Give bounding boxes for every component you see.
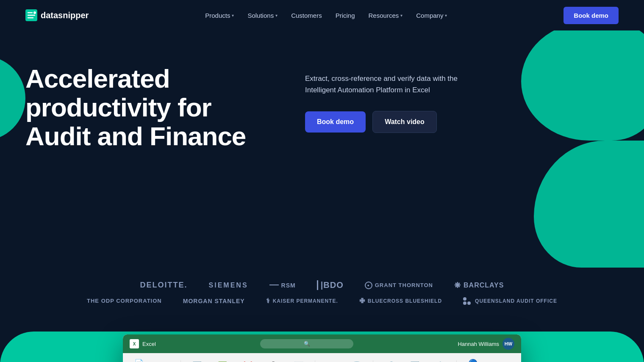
nav-links: Products ▾ Solutions ▾ Customers Pricing… — [200, 8, 452, 22]
hero-title: Accelerated productivity for Audit and F… — [25, 64, 271, 151]
ribbon-include-pdfs[interactable]: 🔵 Include PDFsin Excel — [464, 356, 482, 362]
logo-kaiser: ⚕KAISER PERMANENTE. — [266, 297, 338, 305]
blob-bottom-right-decoration — [534, 141, 644, 268]
logos-row-2: THE ODP CORPORATION Morgan Stanley ⚕KAIS… — [25, 297, 619, 305]
ribbon-divider-2 — [315, 360, 315, 362]
hero-description: Extract, cross-reference and verify data… — [305, 73, 475, 96]
text-snip-icon: 🔤 — [192, 361, 202, 362]
nav-customers[interactable]: Customers — [286, 8, 327, 22]
form-extraction-icon: 📋 — [435, 361, 445, 362]
nav-products[interactable]: Products ▾ — [200, 8, 239, 22]
hero-section: Accelerated productivity for Audit and F… — [0, 30, 644, 268]
company-chevron-icon: ▾ — [445, 13, 447, 18]
navbar: datasnipper Products ▾ Solutions ▾ Custo… — [0, 0, 644, 30]
ribbon-sum-snip[interactable]: ➕ Sum Snip — [264, 359, 283, 362]
sum-snip-icon: ➕ — [268, 361, 278, 362]
hero-watch-video-button[interactable]: Watch video — [372, 111, 437, 133]
ribbon-import-documents[interactable]: 📄 ImportDocuments ▾ — [130, 356, 148, 362]
logo-deloitte: Deloitte. — [140, 281, 188, 290]
hero-buttons: Book demo Watch video — [305, 111, 475, 133]
excel-user-area: Hannah Williams HW — [458, 338, 514, 350]
products-chevron-icon: ▾ — [232, 13, 234, 18]
document-matching-icon: 🔗 — [384, 361, 394, 362]
app-section: X Excel 🔍 Hannah Williams HW 📄 ImportDoc… — [0, 322, 644, 362]
excel-user-avatar: HW — [502, 338, 514, 350]
nav-resources[interactable]: Resources ▾ — [364, 8, 408, 22]
nav-company[interactable]: Company ▾ — [411, 8, 452, 22]
excel-window: X Excel 🔍 Hannah Williams HW 📄 ImportDoc… — [123, 334, 521, 362]
logo-blue-cross: ✙BlueCross BlueShield — [359, 297, 442, 305]
nav-book-demo-button[interactable]: Book demo — [564, 7, 619, 24]
find-all-sums-icon: 🔢 — [410, 361, 420, 362]
ribbon-find-all-sums[interactable]: 🔢 Find allSums — [405, 359, 424, 362]
excel-titlebar: X Excel 🔍 Hannah Williams HW — [123, 334, 521, 353]
ribbon-divider-3 — [373, 360, 373, 362]
logo-queensland: Queensland Audit Office — [463, 297, 557, 305]
logo-bdo: |BDO — [317, 280, 344, 290]
ribbon-divider-1 — [180, 360, 181, 362]
ribbon-validation-snip[interactable]: ✅ ValidationSnip — [213, 359, 232, 362]
ribbon-exception-snip[interactable]: ❌ ExceptionSnip — [239, 359, 257, 362]
svg-point-1 — [33, 11, 36, 14]
blob-left-decoration — [0, 56, 25, 141]
logos-row-1: Deloitte. SIEMENS RSM |BDO ● Grant Thorn… — [25, 280, 619, 290]
import-icon: 📄 — [134, 358, 144, 362]
ribbon-divider-4 — [456, 360, 457, 362]
table-snip-icon: 📊 — [294, 361, 304, 362]
nav-pricing[interactable]: Pricing — [330, 8, 360, 22]
excel-logo-icon: X — [130, 339, 139, 348]
logo-barclays: ❋BARCLAYS — [454, 281, 504, 290]
excel-search-bar[interactable]: 🔍 — [260, 339, 353, 348]
excel-ribbon: 📄 ImportDocuments ▾ 📁 Organize 🔤 Text Sn… — [123, 353, 521, 362]
logo-siemens: SIEMENS — [209, 282, 248, 289]
validation-snip-icon: ✅ — [217, 361, 228, 362]
logo-morgan-stanley: Morgan Stanley — [183, 298, 245, 304]
logo-grant-thornton: ● Grant Thornton — [365, 282, 433, 289]
logo-text: datasnipper — [41, 11, 89, 20]
exception-snip-icon: ❌ — [243, 361, 253, 362]
ribbon-table-snip[interactable]: 📊 Table Snip — [289, 359, 308, 362]
excel-title-text: Excel — [142, 341, 156, 347]
logo-rsm: RSM — [269, 282, 296, 289]
logos-section: Deloitte. SIEMENS RSM |BDO ● Grant Thorn… — [0, 268, 644, 313]
ribbon-document-matching[interactable]: 🔗 DocumentMatching — [380, 359, 399, 362]
nav-solutions[interactable]: Solutions ▾ — [242, 8, 283, 22]
include-pdfs-icon: 🔵 — [468, 358, 478, 362]
hero-book-demo-button[interactable]: Book demo — [305, 111, 366, 133]
ribbon-delete-snips[interactable]: 🗑️ DeleteSnips — [347, 359, 366, 362]
resources-chevron-icon: ▾ — [400, 13, 402, 18]
solutions-chevron-icon: ▾ — [275, 13, 278, 18]
ribbon-form-extraction[interactable]: 📋 FormExtraction — [431, 359, 450, 362]
delete-snips-icon: 🗑️ — [352, 361, 362, 362]
logo-odp: THE ODP CORPORATION — [87, 298, 162, 304]
logo[interactable]: datasnipper — [25, 9, 89, 21]
ribbon-text-snip[interactable]: 🔤 Text Snip — [188, 359, 206, 362]
